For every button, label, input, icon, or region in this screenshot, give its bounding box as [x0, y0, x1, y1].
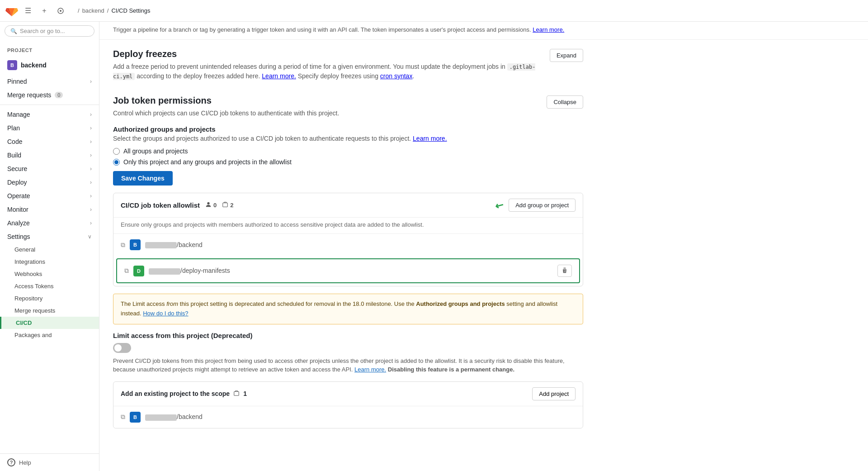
deploy-freezes-expand-button[interactable]: Expand [550, 49, 583, 62]
scope-title-area: Add an existing project to the scope 1 [121, 390, 247, 398]
sidebar-sub-access-tokens[interactable]: Access Tokens [0, 280, 99, 292]
chevron-down-icon: › [90, 78, 92, 85]
deploy-manifests-avatar: D [133, 266, 144, 276]
cron-syntax-link[interactable]: cron syntax [380, 72, 413, 80]
authorized-section-title: Authorized groups and projects [113, 125, 583, 133]
authorized-section: Authorized groups and projects Select th… [113, 125, 583, 186]
job-token-section: Job token permissions Control which proj… [113, 95, 583, 428]
warning-banner: The Limit access from this project setti… [113, 294, 583, 324]
sidebar-item-pinned[interactable]: Pinned › [0, 75, 99, 88]
sidebar-item-analyze[interactable]: Analyze › [0, 216, 99, 230]
project-header[interactable]: B backend [0, 56, 99, 75]
deploy-freezes-title-area: Deploy freezes Add a freeze period to pr… [113, 49, 550, 81]
sidebar-item-plan[interactable]: Plan › [0, 121, 99, 135]
authorized-desc-text: Select the groups and projects authorize… [113, 135, 411, 142]
arrow-indicator-icon: ↙ [493, 198, 506, 213]
scope-section: Add an existing project to the scope 1 A… [113, 381, 583, 428]
deploy-freezes-desc: Add a freeze period to prevent unintende… [113, 62, 550, 81]
groups-icon [205, 201, 212, 209]
sidebar-sub-general[interactable]: General [0, 243, 99, 256]
trigger-learn-more-link[interactable]: Learn more. [533, 26, 564, 33]
chevron-down-icon: ∨ [88, 233, 92, 240]
sidebar-item-pinned-label: Pinned [7, 78, 27, 85]
sidebar-toggle-button[interactable]: ☰ [22, 5, 34, 17]
sidebar-item-secure[interactable]: Secure › [0, 162, 99, 176]
search-bar[interactable]: 🔍 Search or go to... [5, 25, 94, 37]
breadcrumb-project-link[interactable]: backend [82, 7, 104, 14]
manage-label: Manage [7, 111, 30, 118]
chevron-icon: › [90, 125, 92, 131]
link-icon-3: ⧉ [121, 413, 125, 421]
scope-projects-icon [233, 390, 240, 398]
sidebar-sub-repository[interactable]: Repository [0, 292, 99, 304]
merge-requests-badge: 0 [55, 92, 63, 98]
project-name: backend [21, 62, 47, 69]
job-token-collapse-button[interactable]: Collapse [547, 95, 583, 109]
projects-icon [222, 201, 228, 209]
new-item-button[interactable]: + [38, 5, 51, 17]
sidebar-sub-merge-requests[interactable]: Merge requests [0, 304, 99, 317]
projects-count: 2 [230, 202, 233, 209]
authorized-learn-more-link[interactable]: Learn more. [413, 135, 447, 142]
job-token-desc: Control which projects can use CI/CD job… [113, 109, 339, 118]
svg-rect-3 [234, 391, 239, 395]
sidebar-item-merge-requests[interactable]: Merge requests 0 [0, 88, 99, 102]
deploy-manifests-project-row: ⧉ D /deploy-manifests [116, 258, 580, 283]
scope-backend-avatar: B [130, 412, 141, 423]
issues-button[interactable] [54, 5, 67, 17]
job-token-header: Job token permissions Control which proj… [113, 95, 583, 118]
search-placeholder: Search or go to... [20, 28, 65, 34]
allowlist-title-area: CI/CD job token allowlist 0 [121, 201, 233, 209]
limit-access-desc: Prevent CI/CD job tokens from this proje… [113, 357, 583, 374]
sidebar-sub-packages[interactable]: Packages and [0, 329, 99, 341]
analyze-label: Analyze [7, 219, 30, 227]
deploy-freezes-learn-more-link[interactable]: Learn more. [262, 72, 296, 80]
add-project-button[interactable]: Add project [532, 387, 576, 400]
toggle-slider [113, 343, 131, 353]
sidebar-item-manage[interactable]: Manage › [0, 108, 99, 121]
help-icon: ? [7, 458, 15, 466]
scope-title-text: Add an existing project to the scope [121, 390, 230, 397]
radio-all-label: All groups and projects [123, 147, 188, 155]
warning-bold-text: Authorized groups and projects [416, 300, 505, 307]
sidebar-sub-cicd[interactable]: CI/CD [0, 317, 99, 329]
sidebar-item-settings[interactable]: Settings ∨ [0, 230, 99, 243]
sidebar-item-operate[interactable]: Operate › [0, 189, 99, 203]
sidebar-item-monitor[interactable]: Monitor › [0, 203, 99, 216]
chevron-icon: › [90, 111, 92, 118]
content-inner: Deploy freezes Add a freeze period to pr… [99, 40, 597, 452]
main-content-area: Trigger a pipeline for a branch or tag b… [99, 22, 868, 471]
help-link[interactable]: ? Help [0, 453, 99, 471]
deploy-freezes-cron-text: Specify deploy freezes using [298, 72, 378, 80]
project-section-title: Project [0, 40, 99, 56]
radio-option-all: All groups and projects [113, 147, 583, 155]
allowlist-stats: 0 2 [205, 201, 233, 209]
limit-learn-more-link[interactable]: Learn more. [354, 366, 386, 373]
chevron-icon: › [90, 206, 92, 213]
radio-group: All groups and projects Only this projec… [113, 147, 583, 166]
add-group-or-project-button[interactable]: Add group or project [509, 199, 576, 212]
sidebar: 🔍 Search or go to... Project B backend P… [0, 22, 99, 471]
sidebar-item-deploy[interactable]: Deploy › [0, 176, 99, 189]
radio-option-allowlist: Only this project and any groups and pro… [113, 158, 583, 166]
delete-project-button[interactable] [557, 265, 572, 277]
deploy-label: Deploy [7, 179, 27, 186]
secure-label: Secure [7, 165, 27, 172]
allowlist-box: CI/CD job token allowlist 0 [113, 193, 583, 286]
sidebar-item-code[interactable]: Code › [0, 135, 99, 148]
warning-how-to-link[interactable]: How do I do this? [143, 310, 188, 317]
deploy-freezes-desc-text2: according to the deploy freezes added he… [137, 72, 260, 80]
chevron-icon: › [90, 152, 92, 158]
radio-all-groups[interactable] [113, 148, 120, 155]
scope-projects-count: 1 [243, 390, 247, 397]
chevron-icon: › [90, 138, 92, 145]
groups-stat: 0 [205, 201, 217, 209]
save-changes-button[interactable]: Save Changes [113, 171, 173, 186]
radio-allowlist-projects[interactable] [113, 159, 120, 166]
sidebar-sub-webhooks[interactable]: Webhooks [0, 268, 99, 280]
sidebar-sub-integrations[interactable]: Integrations [0, 256, 99, 268]
chevron-icon: › [90, 193, 92, 199]
sidebar-item-build[interactable]: Build › [0, 148, 99, 162]
limit-access-toggle[interactable] [113, 343, 131, 353]
build-label: Build [7, 152, 21, 159]
